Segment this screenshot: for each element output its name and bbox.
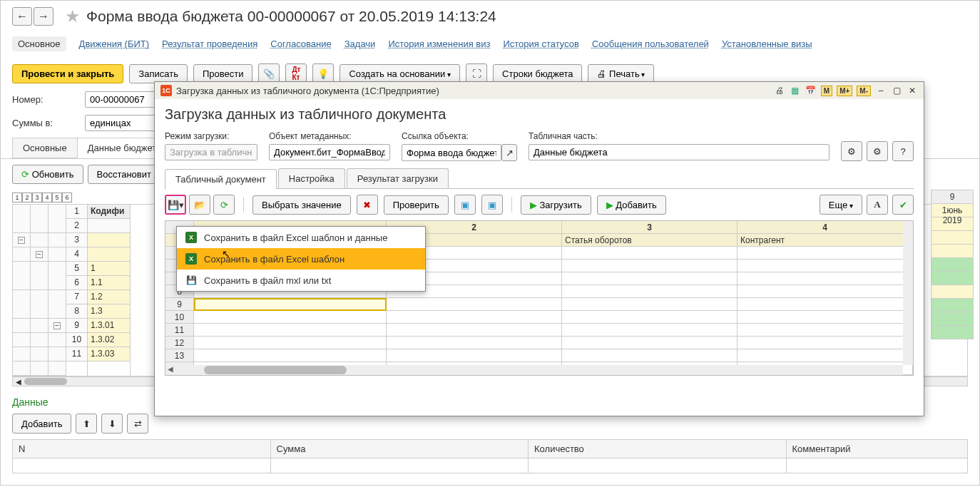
write-button[interactable]: Записать — [129, 64, 188, 83]
maximize-icon[interactable]: ▢ — [891, 85, 902, 96]
dk-icon[interactable]: ДтКт — [285, 63, 307, 83]
sheet-cell-9-1[interactable] — [194, 298, 387, 311]
m-badge[interactable]: M — [821, 86, 832, 96]
check-button[interactable]: Проверить — [384, 195, 449, 215]
pager-6[interactable]: 6 — [62, 193, 72, 203]
sheet-cell-11-1[interactable] — [194, 324, 387, 337]
sheet-cell-12-4[interactable] — [737, 337, 913, 349]
pager-3[interactable]: 3 — [32, 193, 42, 203]
post-button[interactable]: Провести — [193, 64, 253, 83]
budget-rows-button[interactable]: Строки бюджета — [493, 64, 582, 83]
sheet-cell-13-1[interactable] — [194, 349, 387, 362]
attach-icon[interactable]: 📎 — [258, 63, 280, 83]
mode-input[interactable] — [165, 144, 257, 160]
open-ext-icon[interactable]: ▣ — [454, 195, 476, 215]
refresh-button[interactable]: ⟳ Обновить — [12, 165, 83, 184]
mtab-result[interactable]: Результат загрузки — [347, 168, 449, 188]
sheet-cell-9-2[interactable] — [387, 298, 562, 311]
calc-icon[interactable]: ▦ — [790, 85, 801, 96]
pager-5[interactable]: 5 — [52, 193, 62, 203]
nav-tab-main[interactable]: Основное — [12, 36, 66, 51]
sheet-cell-10-1[interactable] — [194, 311, 387, 324]
nav-tab-movements[interactable]: Движения (БИТ) — [79, 39, 149, 49]
sheet-cell-5-4[interactable] — [737, 247, 913, 260]
print-icon[interactable]: 🖨 — [774, 85, 785, 96]
help-icon[interactable]: ? — [892, 141, 914, 161]
favorite-star-icon[interactable]: ★ — [65, 6, 81, 26]
expand-icon-2[interactable]: − — [36, 251, 43, 258]
pager-4[interactable]: 4 — [42, 193, 52, 203]
sheet-row-13[interactable]: 13 — [165, 349, 913, 362]
nav-tab-visa-history[interactable]: История изменения виз — [388, 39, 490, 49]
nav-forward-button[interactable]: → — [34, 7, 53, 26]
sheet-vscroll[interactable] — [903, 221, 913, 365]
sheet-cell-12-3[interactable] — [562, 337, 737, 349]
refresh-icon[interactable]: ⟳ — [213, 195, 235, 215]
sheet-cell-13-3[interactable] — [562, 349, 737, 362]
nav-tab-visas[interactable]: Установленные визы — [722, 39, 812, 49]
mminus-badge[interactable]: M- — [857, 86, 871, 96]
sheet-row-10[interactable]: 10 — [165, 311, 913, 324]
nav-tab-approval[interactable]: Согласование — [270, 39, 331, 49]
sheet-cell-11-3[interactable] — [562, 324, 737, 337]
menu-save-excel-template[interactable]: X Сохранить в файл Excel шаблон — [177, 248, 425, 270]
sheet-cell-11-2[interactable] — [387, 324, 562, 337]
expand-icon[interactable]: ⛶ — [466, 63, 487, 83]
pager-2[interactable]: 2 — [22, 193, 32, 203]
sheet-cell-6-3[interactable] — [562, 260, 737, 272]
sheet-cell-11-4[interactable] — [737, 324, 913, 337]
sheet-cell-12-1[interactable] — [194, 337, 387, 349]
move-up-icon[interactable]: ⬆ — [76, 414, 97, 434]
calendar-icon[interactable]: 📅 — [805, 85, 817, 96]
sheet-cell-12-2[interactable] — [387, 337, 562, 349]
menu-save-mxl[interactable]: 💾 Сохранить в файл mxl или txt — [177, 270, 425, 291]
settings2-icon[interactable]: ⚙ — [867, 141, 888, 161]
save-dropdown-button[interactable]: 💾▾ — [165, 195, 186, 215]
expand-icon-1[interactable]: − — [18, 237, 25, 244]
nav-tab-result[interactable]: Результат проведения — [162, 39, 257, 49]
minimize-icon[interactable]: – — [875, 85, 887, 96]
pager-1[interactable]: 1 — [12, 193, 22, 203]
settings1-icon[interactable]: ⚙ — [841, 141, 862, 161]
tabpart-input[interactable] — [529, 144, 830, 160]
sheet-cell-13-2[interactable] — [387, 349, 562, 362]
sheet-cell-9-3[interactable] — [562, 298, 737, 311]
restore-button[interactable]: Восстановит — [88, 165, 160, 184]
add-button[interactable]: ▶ Добавить — [597, 195, 666, 215]
nav-tab-messages[interactable]: Сообщения пользователей — [592, 39, 709, 49]
sheet-cell-8-4[interactable] — [737, 285, 913, 298]
mtab-settings[interactable]: Настройка — [278, 168, 345, 188]
sheet-cell-10-3[interactable] — [562, 311, 737, 324]
subtab-main[interactable]: Основные — [12, 138, 78, 158]
nav-tab-status-history[interactable]: История статусов — [503, 39, 579, 49]
obj-input[interactable] — [269, 144, 390, 160]
close-icon[interactable]: ✕ — [907, 85, 918, 96]
nav-tab-tasks[interactable]: Задачи — [344, 39, 376, 49]
print-button[interactable]: 🖨 Печать — [588, 64, 654, 83]
nav-back-button[interactable]: ← — [12, 7, 32, 26]
create-based-button[interactable]: Создать на основании — [340, 64, 460, 83]
sheet-cell-9-4[interactable] — [737, 298, 913, 311]
ref-open-icon[interactable]: ↗ — [501, 144, 517, 161]
mtab-tabdoc[interactable]: Табличный документ — [165, 169, 277, 189]
sheet-row-9[interactable]: 9 — [165, 298, 913, 311]
data-add-button[interactable]: Добавить — [12, 414, 71, 434]
sheet-cell-8-3[interactable] — [562, 285, 737, 298]
move-down-icon[interactable]: ⬇ — [101, 414, 123, 434]
sheet-row-11[interactable]: 11 — [165, 324, 913, 337]
expand-icon-3[interactable]: − — [53, 322, 61, 329]
check-toggle-icon[interactable]: ✔ — [892, 195, 914, 215]
delete-icon[interactable]: ✖ — [357, 195, 378, 215]
sheet-cell-7-3[interactable] — [562, 272, 737, 285]
sheet-cell-7-4[interactable] — [737, 272, 913, 285]
mplus-badge[interactable]: M+ — [837, 86, 852, 96]
post-and-close-button[interactable]: Провести и закрыть — [12, 64, 123, 83]
number-input[interactable] — [85, 91, 156, 108]
open-folder-icon[interactable]: 📂 — [189, 195, 210, 215]
menu-save-excel-data[interactable]: X Сохранить в файл Excel шаблон и данные — [177, 227, 425, 248]
sheet-cell-6-4[interactable] — [737, 260, 913, 272]
font-icon[interactable]: A — [867, 195, 888, 215]
sheet-hscroll[interactable]: ◀ — [165, 365, 903, 375]
bulb-icon[interactable]: 💡 — [312, 63, 334, 83]
sheet-cell-13-4[interactable] — [737, 349, 913, 362]
